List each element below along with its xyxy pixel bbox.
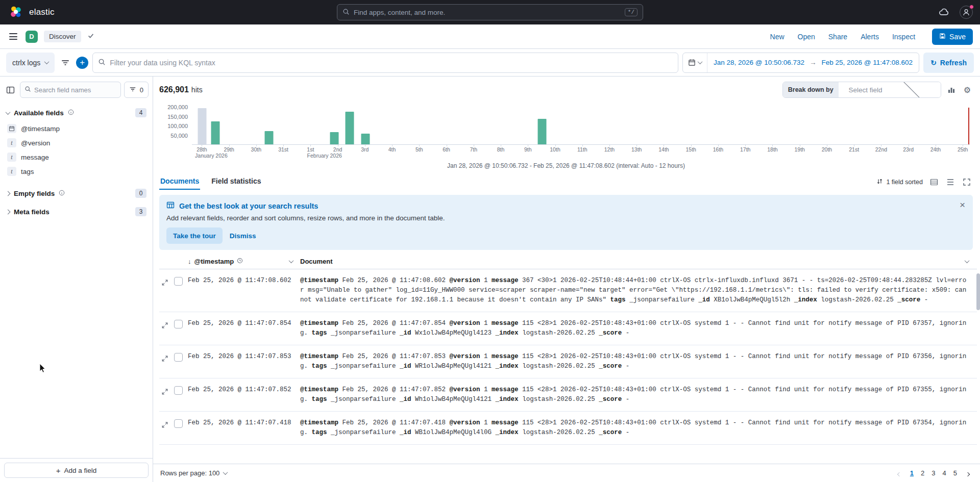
page-1[interactable]: 1 [906,468,917,478]
histogram-bar[interactable] [361,134,370,144]
saved-check-icon [87,32,94,41]
sort-descending-icon[interactable]: ↓ [188,258,191,265]
action-share[interactable]: Share [823,30,853,44]
close-icon[interactable]: × [957,199,968,211]
breakdown-select[interactable]: Select field [839,82,941,97]
histogram-bar[interactable] [198,108,206,144]
info-icon[interactable] [68,109,74,117]
date-range-arrow: → [810,59,817,66]
action-alerts[interactable]: Alerts [855,30,885,44]
expand-row-icon[interactable] [159,419,170,430]
x-axis-labels: 28th29th30th31st1st2nd3rd4th5th6th7th8th… [192,145,970,160]
chart-caption: Jan 28, 2026 @ 10:50:06.732 - Feb 25, 20… [159,162,973,169]
vertical-scrollbar[interactable] [976,273,980,310]
chevron-right-icon [6,209,11,214]
breakdown-placeholder: Select field [844,86,888,94]
row-checkbox[interactable] [174,419,183,428]
field-item-version[interactable]: t@version [4,136,149,150]
add-filter-button[interactable]: + [76,57,88,69]
data-view-picker[interactable]: ctrlx logs [6,53,55,73]
empty-fields-header[interactable]: Empty fields 0 [4,184,149,202]
row-controls [159,352,188,371]
add-field-button[interactable]: + Add a field [4,463,149,478]
brand-name: elastic [29,7,55,17]
table-footer: Rows per page: 100 12345 [153,464,980,482]
month-label: February 2026 [307,153,342,159]
refresh-button[interactable]: ↻ Refresh [923,53,974,73]
user-menu[interactable] [960,6,973,19]
row-document: @timestamp Feb 25, 2026 @ 11:47:07.854 @… [300,319,977,338]
page-list: 12345 [906,468,961,478]
rows-per-page-label: Rows per page: 100 [160,469,219,477]
fullscreen-icon[interactable] [961,176,973,188]
expand-row-icon[interactable] [159,277,170,288]
row-checkbox[interactable] [174,320,183,328]
collapse-sidebar-icon[interactable] [4,84,17,96]
row-document: @timestamp Feb 25, 2026 @ 11:47:08.602 @… [300,276,977,305]
kql-input[interactable] [110,59,673,67]
dismiss-button[interactable]: Dismiss [230,232,256,240]
expand-row-icon[interactable] [159,320,170,331]
rows-per-page-button[interactable]: Rows per page: 100 [160,469,227,477]
kql-query-bar[interactable] [92,53,678,73]
action-new[interactable]: New [765,30,790,44]
column-menu-icon[interactable] [289,258,294,263]
field-search[interactable] [20,82,121,98]
calendar-icon[interactable] [683,53,707,72]
field-item-timestamp[interactable]: @timestamp [4,121,149,136]
x-axis-tick: 18th [767,146,777,153]
histogram-bar[interactable] [346,112,354,144]
next-page-icon[interactable] [963,467,973,479]
sorted-fields-button[interactable]: 1 field sorted [876,178,923,186]
previous-page-icon[interactable] [894,467,904,479]
tab-documents[interactable]: Documents [159,174,200,190]
display-density-icon[interactable] [928,176,940,188]
plus-icon: + [56,466,61,475]
action-open[interactable]: Open [792,30,821,44]
elastic-logo[interactable] [7,4,24,21]
column-menu-icon[interactable] [965,258,970,263]
document-column-header[interactable]: Document [300,258,333,265]
row-height-icon[interactable] [944,176,957,188]
chart-options-icon[interactable] [945,84,958,96]
timestamp-column-header[interactable]: @timestamp [194,258,234,265]
field-filter-button[interactable]: 0 [124,82,149,98]
page-2[interactable]: 2 [917,468,928,478]
save-button[interactable]: Save [932,29,973,45]
histogram-plot[interactable] [192,105,970,145]
x-axis-tick: 22nd [875,146,887,153]
info-icon[interactable] [59,189,65,197]
histogram-bar[interactable] [264,131,273,144]
date-from[interactable]: Jan 28, 2026 @ 10:50:06.732 [714,59,804,66]
gear-icon[interactable]: ⚙ [962,83,973,97]
filter-icon[interactable] [59,56,72,69]
histogram-bar[interactable] [537,119,546,144]
row-timestamp: Feb 25, 2026 @ 11:47:07.853 [188,352,300,371]
page-5[interactable]: 5 [950,468,961,478]
take-tour-button[interactable]: Take the tour [166,227,223,244]
date-to[interactable]: Feb 25, 2026 @ 11:47:08.602 [822,59,913,66]
page-4[interactable]: 4 [939,468,950,478]
row-checkbox[interactable] [174,386,183,395]
field-item-message[interactable]: tmessage [4,150,149,164]
tab-field-statistics[interactable]: Field statistics [210,174,262,190]
expand-row-icon[interactable] [159,386,170,397]
row-checkbox[interactable] [174,353,183,362]
global-search[interactable]: */ [337,4,643,20]
cloud-deployment-icon[interactable] [936,5,951,20]
page-3[interactable]: 3 [928,468,939,478]
breadcrumb[interactable]: Discover [44,31,81,42]
action-inspect[interactable]: Inspect [887,30,921,44]
histogram-bar[interactable] [211,121,219,144]
field-search-input[interactable] [34,86,116,94]
meta-fields-header[interactable]: Meta fields 3 [4,202,149,220]
expand-row-icon[interactable] [159,353,170,364]
row-checkbox[interactable] [174,277,183,286]
available-fields-header[interactable]: Available fields 4 [4,103,149,121]
histogram-bar[interactable] [330,132,338,144]
menu-icon[interactable] [7,30,19,43]
global-search-input[interactable] [354,9,621,16]
chevron-down-icon [697,59,702,64]
space-badge[interactable]: D [26,31,38,43]
field-item-tags[interactable]: ttags [4,164,149,179]
